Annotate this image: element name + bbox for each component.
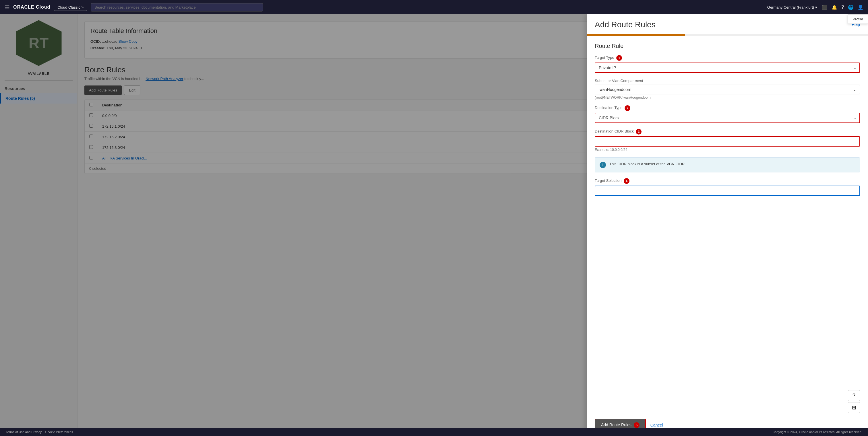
panel-title: Add Route Rules (595, 20, 656, 29)
target-selection-input[interactable]: 172.16.0.20 (595, 186, 860, 196)
panel-cancel-button[interactable]: Cancel (650, 423, 663, 427)
subnet-vlan-select-wrapper: IwanHoogendoorn (595, 85, 860, 94)
cookie-prefs-link[interactable]: Cookie Preferences (45, 430, 73, 434)
language-icon[interactable]: 🌐 (848, 5, 854, 10)
notifications-icon[interactable]: 🔔 (832, 5, 837, 10)
target-selection-label: Target Selection 4 (595, 178, 860, 184)
bottom-bar-left: Terms of Use and Privacy Cookie Preferen… (6, 430, 73, 434)
topnav-icons: ⬛ 🔔 ? 🌐 👤 (822, 5, 863, 10)
add-btn-step-badge: 5 (634, 422, 640, 428)
oracle-logo: ORACLE Cloud (13, 5, 50, 10)
add-route-rules-panel: Add Route Rules Help Route Rule Target T… (587, 14, 868, 436)
info-icon: i (600, 162, 606, 168)
target-type-label: Target Type 1 (595, 55, 860, 61)
dest-cidr-input[interactable]: 172.16.0.128/25 (595, 136, 860, 146)
info-message: This CIDR block is a subset of the VCN C… (609, 162, 686, 166)
panel-progress-bar (587, 34, 685, 36)
panel-header: Add Route Rules Help (587, 14, 868, 34)
dest-type-select-wrapper: CIDR Block Service (595, 113, 860, 123)
subnet-vlan-select[interactable]: IwanHoogendoorn (595, 85, 860, 94)
subnet-vlan-label: Subnet or Vlan Compartment (595, 78, 860, 83)
target-selection-group: Target Selection 4 172.16.0.20 (595, 178, 860, 196)
dest-cidr-hint: Example: 10.0.0.0/24 (595, 148, 860, 152)
target-type-select-wrapper: Private IP Internet Gateway NAT Gateway … (595, 63, 860, 73)
dest-cidr-step-badge: 3 (636, 129, 642, 135)
dest-cidr-label: Destination CIDR Block 3 (595, 129, 860, 135)
support-widget: ? ⊞ (848, 390, 860, 413)
region-selector[interactable]: Germany Central (Frankfurt) ▾ (767, 5, 817, 9)
profile-icon[interactable]: 👤 (858, 5, 863, 10)
target-type-select[interactable]: Private IP Internet Gateway NAT Gateway … (595, 63, 860, 73)
top-navigation: ☰ ORACLE Cloud Cloud Classic > Germany C… (0, 0, 868, 14)
dest-type-label: Destination Type 2 (595, 105, 860, 111)
panel-progress-bar-container (587, 34, 868, 36)
terms-link[interactable]: Terms of Use and Privacy (6, 430, 42, 434)
global-search-input[interactable] (91, 3, 263, 11)
target-type-step-badge: 1 (616, 55, 622, 61)
help-icon[interactable]: ? (841, 5, 844, 10)
target-type-group: Target Type 1 Private IP Internet Gatewa… (595, 55, 860, 73)
route-rule-section-title: Route Rule (595, 43, 860, 49)
hamburger-menu-icon[interactable]: ☰ (5, 4, 10, 11)
help-widget-icon[interactable]: ? (848, 390, 860, 401)
topnav-right-section: Germany Central (Frankfurt) ▾ ⬛ 🔔 ? 🌐 👤 (767, 5, 863, 10)
dest-cidr-group: Destination CIDR Block 3 172.16.0.128/25… (595, 129, 860, 152)
cidr-info-box: i This CIDR block is a subset of the VCN… (595, 158, 860, 172)
dest-type-step-badge: 2 (625, 105, 630, 111)
compartment-path: (root)/NETWORK/IwanHoogendoorn (595, 96, 860, 100)
profile-tooltip: Profile (848, 14, 868, 24)
bottom-bar: Terms of Use and Privacy Cookie Preferen… (0, 428, 868, 436)
cloud-shell-icon[interactable]: ⬛ (822, 5, 828, 10)
dest-type-group: Destination Type 2 CIDR Block Service (595, 105, 860, 123)
dest-type-select[interactable]: CIDR Block Service (595, 113, 860, 123)
copyright-text: Copyright © 2024, Oracle and/or its affi… (773, 430, 862, 434)
subnet-vlan-group: Subnet or Vlan Compartment IwanHoogendoo… (595, 78, 860, 100)
grid-widget-icon[interactable]: ⊞ (848, 402, 860, 413)
target-selection-step-badge: 4 (624, 178, 629, 184)
panel-body: Route Rule Target Type 1 Private IP Inte… (587, 36, 868, 414)
cloud-classic-button[interactable]: Cloud Classic > (54, 4, 87, 11)
